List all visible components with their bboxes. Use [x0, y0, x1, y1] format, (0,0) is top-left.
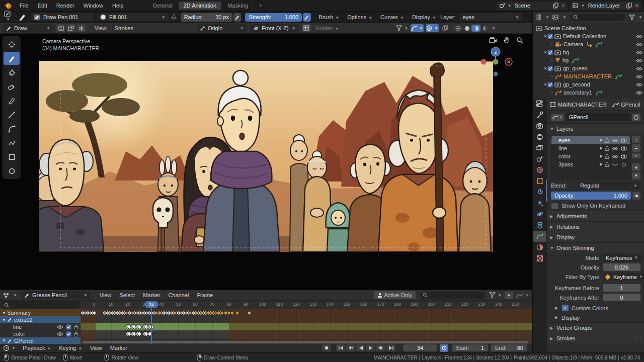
copy-scene-icon[interactable]: [553, 3, 558, 9]
render-layer-selector[interactable]: ▼ RenderLayer ✕: [571, 2, 641, 10]
current-frame-badge[interactable]: 34: [144, 301, 158, 308]
line-tool[interactable]: [4, 108, 20, 121]
expand-icon[interactable]: ▼: [2, 338, 6, 343]
properties-tab-texture[interactable]: [533, 253, 546, 264]
hide-channel-icon[interactable]: [57, 325, 63, 329]
hide-layer-icon[interactable]: [612, 162, 618, 167]
workspace-tab-2d-animation[interactable]: 2D Animation: [179, 2, 221, 10]
properties-tab-tool[interactable]: [533, 109, 546, 120]
fake-user-shield-icon[interactable]: [632, 114, 640, 121]
overlays-toggle-icon[interactable]: ▼: [426, 24, 439, 32]
expand-icon[interactable]: ▼: [543, 66, 547, 71]
remove-render-layer-icon[interactable]: ✕: [634, 3, 639, 9]
blender-logo-icon[interactable]: [4, 2, 12, 10]
expand-icon[interactable]: ▼: [2, 311, 6, 315]
erase-tool[interactable]: [4, 80, 20, 93]
use-preview-range-icon[interactable]: [440, 344, 448, 352]
tabs-scroll-indicator[interactable]: [546, 179, 547, 202]
properties-tab-render[interactable]: [533, 120, 546, 131]
zoom-view-icon[interactable]: [516, 37, 523, 44]
properties-tab-data[interactable]: [533, 231, 546, 242]
outliner-item-maincharacter[interactable]: ‣MAINCHARACTER: [533, 72, 644, 80]
frame-end-field[interactable]: End:80: [491, 344, 527, 351]
data-badge-icon[interactable]: [596, 42, 602, 47]
channel-gpencil[interactable]: ▼GPencil: [0, 337, 80, 344]
add-workspace-button[interactable]: +: [254, 2, 267, 10]
shading-material-icon[interactable]: [471, 25, 480, 32]
show-only-keyframed-checkbox[interactable]: [551, 202, 558, 210]
strength-field[interactable]: Strength: 1.000: [245, 13, 302, 22]
jump-to-start-button[interactable]: [336, 344, 345, 351]
mode-selector[interactable]: Draw ▼: [3, 24, 53, 32]
constraint-badge-icon[interactable]: [587, 42, 592, 47]
onion-mode-dropdown[interactable]: Keyframes▼: [603, 254, 641, 261]
ds-menu-channel[interactable]: Channel: [164, 292, 193, 298]
render-layer-name[interactable]: RenderLayer: [588, 3, 623, 9]
cursor-tool[interactable]: [4, 38, 20, 51]
ds-menu-view[interactable]: View: [96, 292, 116, 298]
menu-file[interactable]: File: [15, 3, 33, 9]
collection-checkbox[interactable]: [547, 34, 553, 39]
hide-in-viewport-icon[interactable]: [636, 50, 642, 55]
curves-menu[interactable]: Curves▼: [376, 14, 408, 20]
expand-icon[interactable]: ▼: [2, 318, 6, 322]
active-layer-selector[interactable]: eyes ▼: [459, 13, 522, 21]
hide-in-viewport-icon[interactable]: [636, 90, 642, 95]
proportional-edit-icon[interactable]: [505, 292, 513, 299]
hide-layer-icon[interactable]: [612, 138, 618, 143]
props-editor-type-icon[interactable]: [536, 100, 544, 107]
guides-menu[interactable]: Guides▼: [311, 25, 343, 31]
lock-icon[interactable]: [605, 146, 609, 151]
keying-menu[interactable]: Keying▼: [55, 345, 86, 351]
properties-tab-modifiers[interactable]: [533, 187, 546, 198]
strokes-menu[interactable]: Strokes: [111, 25, 137, 31]
onion-skin-icon[interactable]: [621, 162, 627, 167]
breadcrumb-data[interactable]: GPencil: [621, 102, 640, 108]
material-selector[interactable]: Fill.001 ▼: [97, 13, 169, 21]
brush-icon[interactable]: [18, 13, 27, 21]
outliner-display-mode-icon[interactable]: [535, 14, 542, 20]
channel-extra02[interactable]: ▼extra02: [0, 316, 80, 323]
mask-dot-icon[interactable]: [599, 163, 602, 166]
menu-window[interactable]: Window: [79, 3, 108, 9]
properties-tab-physics[interactable]: [533, 209, 546, 220]
properties-tab-material[interactable]: [533, 242, 546, 253]
panel-vertex-groups[interactable]: ▶Vertex Groups::::: [547, 322, 644, 333]
playhead[interactable]: [151, 308, 152, 344]
lock-icon[interactable]: [605, 162, 609, 167]
panel-display[interactable]: ▶Display: [547, 232, 644, 242]
lock-icon[interactable]: [74, 324, 78, 329]
copy-render-layer-icon[interactable]: [626, 3, 632, 9]
hide-channel-icon[interactable]: [57, 332, 63, 336]
horizontal-scrollbar[interactable]: [83, 341, 528, 343]
interpolation-icon[interactable]: [516, 293, 523, 298]
scene-name[interactable]: Scene: [515, 3, 550, 9]
brush-selector[interactable]: Draw Pen.001: [31, 13, 94, 21]
hide-layer-icon[interactable]: [612, 154, 618, 159]
hide-in-viewport-icon[interactable]: [636, 66, 642, 71]
keyframes-after-field[interactable]: 0: [603, 294, 640, 301]
gp-layer-color[interactable]: color: [551, 152, 630, 160]
prev-keyframe-button[interactable]: [346, 344, 355, 351]
grid-icon[interactable]: [302, 24, 311, 32]
layer-opacity-slider[interactable]: Opacity:1.000: [551, 192, 631, 200]
add-layer-button[interactable]: +: [632, 136, 640, 143]
stroke-placement-icon[interactable]: [66, 24, 75, 32]
play-reverse-button[interactable]: [356, 344, 365, 351]
brush-name[interactable]: Draw Pen.001: [43, 14, 78, 20]
collection-checkbox[interactable]: [547, 50, 553, 55]
next-keyframe-button[interactable]: [376, 344, 385, 351]
hide-in-viewport-icon[interactable]: [636, 74, 642, 79]
outliner-item-default-collection[interactable]: ▼Default Collection: [533, 32, 644, 40]
transform-origin-selector[interactable]: Origin▼: [197, 24, 247, 32]
auto-key-button[interactable]: [322, 344, 331, 351]
hide-in-viewport-icon[interactable]: [636, 42, 642, 47]
channel-summary[interactable]: ▼Summary: [0, 309, 80, 316]
arc-tool[interactable]: [4, 122, 20, 135]
onion-opacity-field[interactable]: 0.026: [603, 263, 640, 271]
outliner-item-scene-collection[interactable]: Scene Collection: [533, 24, 644, 32]
lock-icon[interactable]: [74, 331, 78, 336]
outliner-item-bg[interactable]: ▼bg: [533, 48, 644, 56]
remove-layer-button[interactable]: −: [632, 144, 640, 152]
brush-menu[interactable]: Brush▼: [315, 14, 344, 20]
